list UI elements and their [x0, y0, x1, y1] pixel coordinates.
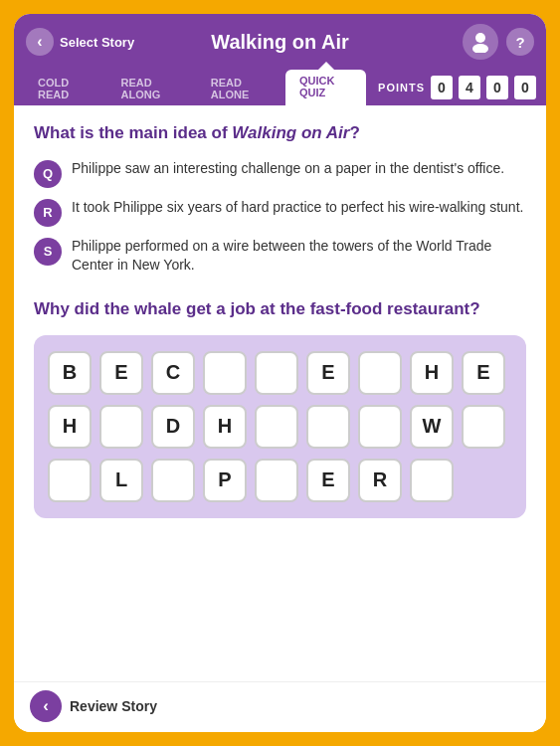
option-r-text: It took Philippe six years of hard pract…	[72, 198, 523, 218]
app-header: ‹ Select Story Walking on Air ?	[14, 14, 546, 70]
tile-0-4[interactable]	[255, 351, 298, 395]
tile-0-1[interactable]: E	[99, 351, 143, 395]
tab-read-alone[interactable]: READ ALONE	[197, 72, 283, 105]
question2-heading: Why did the whale get a job at the fast-…	[34, 297, 526, 321]
tile-1-6[interactable]	[358, 405, 402, 449]
option-q-text: Philippe saw an interesting challenge on…	[72, 159, 504, 179]
answer-options: Q Philippe saw an interesting challenge …	[34, 159, 526, 276]
tile-2-3[interactable]: P	[203, 459, 247, 502]
puzzle-row-2: L P E R	[48, 459, 512, 502]
tile-1-0[interactable]: H	[48, 405, 92, 449]
review-back-icon: ‹	[30, 690, 62, 722]
tab-cold-read[interactable]: COLD READ	[24, 72, 105, 105]
svg-point-0	[475, 33, 485, 43]
tile-0-0[interactable]: B	[48, 351, 92, 395]
points-digit-4: 0	[514, 76, 536, 99]
tab-quick-quiz[interactable]: QUICK QUIZ	[285, 70, 366, 105]
q1-text-before: What is the main idea of	[34, 123, 232, 142]
avatar-icon[interactable]	[463, 24, 498, 60]
points-digit-2: 4	[459, 76, 480, 99]
help-button[interactable]: ?	[506, 28, 534, 56]
q1-italic: Walking on Air	[232, 123, 349, 142]
badge-s: S	[34, 238, 62, 266]
question1-heading: What is the main idea of Walking on Air?	[34, 121, 526, 145]
tab-read-along[interactable]: READ ALONG	[107, 72, 195, 105]
tile-0-7[interactable]: H	[410, 351, 454, 395]
tile-2-0[interactable]	[48, 459, 92, 502]
tile-0-8[interactable]: E	[462, 351, 505, 395]
tile-2-5[interactable]: E	[306, 459, 350, 502]
tile-1-5[interactable]	[306, 405, 350, 449]
option-r[interactable]: R It took Philippe six years of hard pra…	[34, 198, 526, 227]
option-s-text: Philippe performed on a wire between the…	[72, 237, 526, 276]
tile-1-3[interactable]: H	[203, 405, 247, 449]
tab-bar: COLD READ READ ALONG READ ALONE QUICK QU…	[14, 70, 546, 105]
story-title: Walking on Air	[211, 31, 349, 54]
option-s[interactable]: S Philippe performed on a wire between t…	[34, 237, 526, 276]
tile-0-5[interactable]: E	[306, 351, 350, 395]
tile-1-2[interactable]: D	[151, 405, 195, 449]
q1-text-after: ?	[349, 123, 359, 142]
tile-2-1[interactable]: L	[99, 459, 143, 502]
tile-2-2[interactable]	[151, 459, 195, 502]
main-content: What is the main idea of Walking on Air?…	[14, 105, 546, 681]
tile-1-7[interactable]: W	[410, 405, 454, 449]
badge-r: R	[34, 199, 62, 227]
points-digit-1: 0	[431, 76, 453, 99]
svg-point-1	[472, 44, 488, 53]
points-area: POINTS 0 4 0 0	[368, 70, 546, 105]
tile-2-4[interactable]	[255, 459, 298, 502]
select-story-label: Select Story	[60, 35, 134, 50]
puzzle-row-0: B E C E H E	[48, 351, 512, 395]
tile-2-7[interactable]	[410, 459, 454, 502]
header-icons: ?	[463, 24, 534, 60]
tile-0-3[interactable]	[203, 351, 247, 395]
tile-2-6[interactable]: R	[358, 459, 402, 502]
puzzle-area: B E C E H E H D H	[34, 335, 526, 518]
back-chevron-icon: ‹	[26, 28, 54, 56]
option-q[interactable]: Q Philippe saw an interesting challenge …	[34, 159, 526, 188]
badge-q: Q	[34, 160, 62, 188]
footer: ‹ Review Story	[14, 681, 546, 732]
points-digit-3: 0	[486, 76, 508, 99]
puzzle-row-1: H D H W	[48, 405, 512, 449]
points-label: POINTS	[378, 82, 425, 93]
tile-1-4[interactable]	[255, 405, 298, 449]
tile-1-8[interactable]	[462, 405, 505, 449]
tile-0-2[interactable]: C	[151, 351, 195, 395]
tile-1-1[interactable]	[99, 405, 143, 449]
review-story-label: Review Story	[70, 698, 157, 714]
tile-0-6[interactable]	[358, 351, 402, 395]
review-story-button[interactable]: ‹ Review Story	[30, 690, 157, 722]
select-story-button[interactable]: ‹ Select Story	[26, 28, 134, 56]
